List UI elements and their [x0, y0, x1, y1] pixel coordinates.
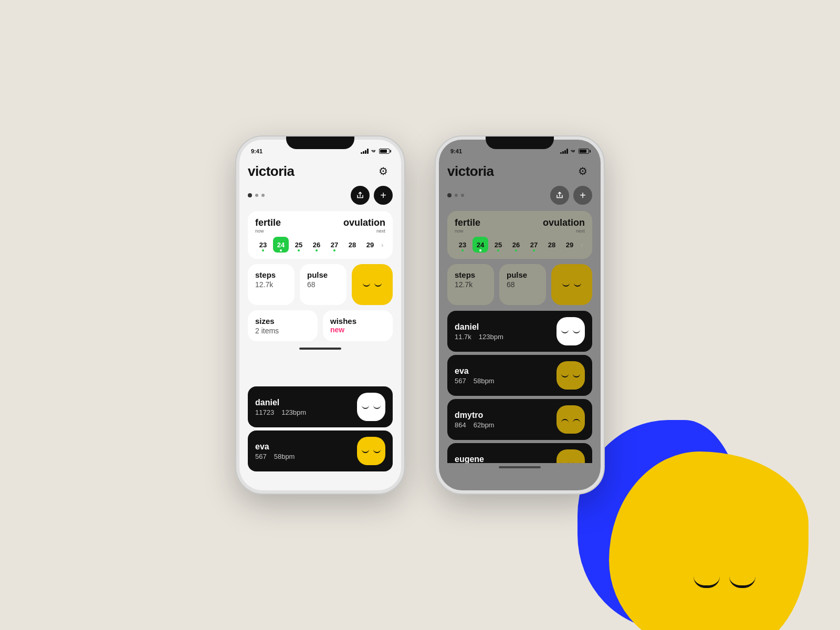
bottom-stats-1: sizes 2 items wishes new: [248, 310, 393, 341]
blob-face: [672, 576, 777, 588]
stats-row-2: steps 12.7k pulse 68: [447, 264, 592, 305]
day2-28[interactable]: 28: [544, 237, 560, 253]
dot-3: [261, 194, 265, 197]
signal-1: [361, 149, 369, 154]
calendar-arrow-2[interactable]: ›: [580, 241, 584, 249]
day-28[interactable]: 28: [344, 237, 360, 253]
day2-25[interactable]: 25: [490, 237, 506, 253]
time-2: 9:41: [450, 148, 462, 154]
friend-eva-2[interactable]: eva 567 58bpm: [447, 355, 592, 396]
friend-bpm-dmytro-2: 62bpm: [474, 421, 495, 429]
friend-eugene-2[interactable]: eugene 4.6k 132bpm: [447, 443, 592, 463]
stats-row-1: steps 12.7k pulse 68: [248, 264, 393, 305]
pulse-label-2: pulse: [507, 270, 539, 279]
friend-face-eva-1: [357, 437, 385, 465]
day2-29[interactable]: 29: [562, 237, 578, 253]
steps-card-1: steps 12.7k: [248, 264, 295, 305]
friend-eva-1[interactable]: eva 567 58bpm: [248, 430, 393, 471]
day2-26[interactable]: 26: [508, 237, 524, 253]
pulse-value-1: 68: [307, 280, 339, 289]
friend-dmytro-2[interactable]: dmytro 864 62bpm: [447, 399, 592, 440]
face-eye-left-2: [562, 283, 570, 287]
wifi-2: [570, 148, 576, 154]
share-button-1[interactable]: [351, 186, 370, 205]
day-26[interactable]: 26: [309, 237, 324, 253]
battery-2: [579, 149, 589, 154]
day-27[interactable]: 27: [327, 237, 342, 253]
friend-name-eva-2: eva: [455, 366, 494, 376]
face-eye-left: [362, 449, 369, 453]
face-card-1: [352, 264, 393, 305]
friend-name-dmytro-2: dmytro: [455, 411, 494, 420]
signal-2: [560, 149, 568, 154]
dot-2-3: [461, 194, 464, 197]
friend-bpm-eva-1: 58bpm: [274, 453, 295, 460]
add-button-2[interactable]: +: [573, 186, 592, 205]
face-eye-left: [362, 405, 369, 409]
notch-1: [286, 136, 354, 149]
day-24[interactable]: 24: [273, 237, 289, 253]
share-button-2[interactable]: [550, 186, 569, 205]
phone-2: 9:41: [436, 136, 604, 494]
friend-steps-daniel-2: 11.7k: [455, 333, 471, 341]
steps-label-2: steps: [455, 270, 487, 279]
face-eye-left: [561, 374, 569, 377]
day2-23[interactable]: 23: [455, 237, 470, 253]
pulse-value-2: 68: [507, 280, 539, 289]
dots-1: [248, 193, 265, 197]
fertile-card-1: fertile now ovulation next 23 24 25: [248, 211, 393, 259]
dot-1: [248, 193, 252, 197]
notch-2: [486, 136, 554, 149]
dots-row-1: +: [248, 186, 393, 205]
friend-name-daniel-2: daniel: [455, 322, 503, 332]
friend-daniel-1[interactable]: daniel 11723 123bpm: [248, 386, 393, 427]
app-header-2: victoria ⚙: [447, 159, 592, 186]
gear-button-1[interactable]: ⚙: [374, 162, 393, 181]
face-card-2: [551, 264, 592, 305]
home-indicator-1: [299, 348, 341, 350]
face-eye-left: [561, 462, 569, 464]
day2-24[interactable]: 24: [472, 237, 488, 253]
app-header-1: victoria ⚙: [248, 159, 393, 186]
day2-27[interactable]: 27: [526, 237, 542, 253]
face-eye-right-2: [574, 283, 581, 287]
steps-label-1: steps: [255, 270, 287, 279]
face-eye-sad-left: [561, 419, 569, 423]
pulse-label-1: pulse: [307, 270, 339, 279]
home-indicator-2: [499, 466, 541, 468]
calendar-1: 23 24 25 26 27 28 29 ›: [255, 237, 385, 253]
dots-row-2: +: [447, 186, 592, 205]
steps-value-2: 12.7k: [455, 280, 487, 289]
dot-2: [255, 194, 258, 197]
friend-bpm-eva-2: 58bpm: [474, 377, 495, 385]
calendar-arrow-1[interactable]: ›: [380, 241, 384, 249]
dot-2-1: [447, 193, 452, 197]
wifi-1: [371, 148, 377, 154]
face-eye-right: [573, 462, 580, 464]
steps-card-2: steps 12.7k: [447, 264, 494, 305]
friend-face-eva-2: [556, 361, 585, 390]
friend-face-daniel-2: [556, 317, 585, 345]
friend-name-eugene-2: eugene: [455, 455, 500, 464]
sizes-value-1: 2 items: [255, 327, 310, 335]
sizes-label-1: sizes: [255, 317, 310, 326]
face-eye-right: [573, 374, 580, 377]
friend-daniel-2[interactable]: daniel 11.7k 123bpm: [447, 311, 592, 352]
friend-name-daniel-1: daniel: [255, 398, 306, 407]
friend-name-eva-1: eva: [255, 442, 295, 452]
face-eye-left: [561, 330, 569, 333]
day-25[interactable]: 25: [291, 237, 307, 253]
face-eye-right-1: [374, 283, 382, 287]
dot-2-2: [455, 194, 458, 197]
friend-steps-dmytro-2: 864: [455, 421, 466, 429]
friend-steps-daniel-1: 11723: [255, 408, 274, 416]
ovulation-label-1: ovulation: [343, 217, 385, 228]
battery-1: [379, 149, 390, 154]
day-29[interactable]: 29: [362, 237, 378, 253]
gear-button-2[interactable]: ⚙: [573, 162, 592, 181]
time-1: 9:41: [251, 148, 262, 154]
pulse-card-1: pulse 68: [300, 264, 346, 305]
day-23[interactable]: 23: [255, 237, 271, 253]
friend-steps-eva-2: 567: [455, 377, 466, 385]
add-button-1[interactable]: +: [374, 186, 393, 205]
